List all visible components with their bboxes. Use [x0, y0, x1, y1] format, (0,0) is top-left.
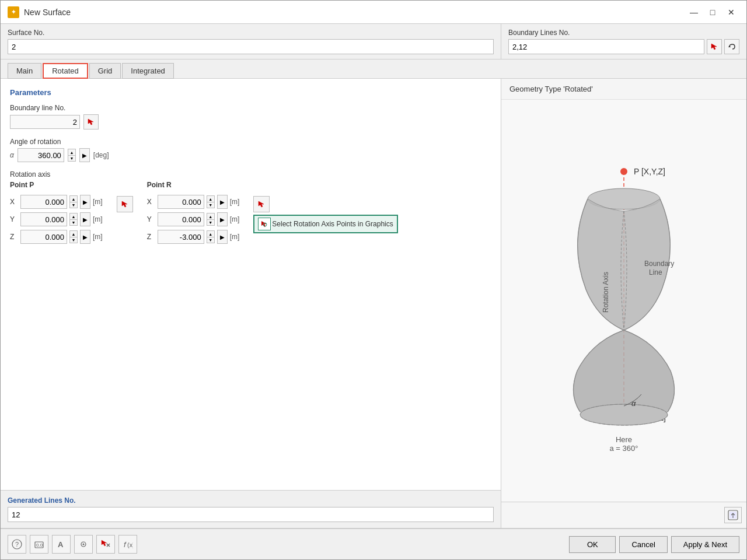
boundary-line-label: Boundary line No.	[10, 104, 491, 112]
boundary-line-input-row: 2	[10, 114, 491, 130]
rotation-axis-text: Rotation Axis	[602, 271, 610, 312]
px-up[interactable]: ▲	[69, 195, 78, 202]
svg-text:0.0: 0.0	[36, 542, 43, 548]
angle-arrow-button[interactable]: ▶	[79, 148, 90, 162]
angle-unit: [deg]	[93, 151, 109, 159]
tab-main[interactable]: Main	[8, 63, 41, 79]
delete-button[interactable]	[96, 535, 115, 554]
diagram-title: Geometry Type 'Rotated'	[501, 79, 746, 100]
rz-spinner: ▲ ▼	[207, 230, 215, 243]
rz-down[interactable]: ▼	[207, 237, 215, 243]
pz-input[interactable]: 0.000	[20, 230, 67, 244]
generated-lines-input[interactable]: 12	[8, 507, 494, 522]
boundary-lines-block: Boundary Lines No. 2,12	[501, 24, 746, 59]
point-p-column: Point P X 0.000 ▲ ▼ ▶ [m]	[10, 181, 103, 244]
rz-arrow[interactable]: ▶	[217, 230, 228, 244]
py-unit: [m]	[93, 215, 103, 223]
py-row: Y 0.000 ▲ ▼ ▶ [m]	[10, 212, 103, 226]
close-button[interactable]: ✕	[723, 6, 739, 19]
diagram-export-button[interactable]	[724, 507, 742, 523]
tab-rotated[interactable]: Rotated	[43, 63, 88, 79]
generated-lines-section: Generated Lines No. 12	[1, 490, 501, 528]
cancel-button[interactable]: Cancel	[619, 536, 667, 553]
px-down[interactable]: ▼	[69, 202, 78, 208]
px-input[interactable]: 0.000	[20, 195, 67, 209]
content-area: Parameters Boundary line No. 2	[1, 79, 746, 528]
note-here: Here	[610, 435, 638, 444]
select-p-button[interactable]	[117, 196, 133, 212]
ry-input[interactable]: 0.000	[158, 212, 204, 226]
diagram-area: P [X,Y,Z] R [X,Y,Z]	[501, 100, 746, 502]
units-button[interactable]: 0.0	[30, 535, 48, 554]
help-icon: ?	[12, 539, 22, 550]
px-arrow[interactable]: ▶	[80, 195, 90, 209]
undo-button[interactable]	[724, 39, 739, 54]
select-graphics-button[interactable]: Select Rotation Axis Points in Graphics	[253, 215, 397, 233]
view-button[interactable]	[74, 535, 93, 554]
angle-input[interactable]: 360.00	[18, 148, 64, 162]
font-button[interactable]: A	[52, 535, 71, 554]
pz-up[interactable]: ▲	[69, 230, 78, 237]
rx-spinner: ▲ ▼	[207, 195, 215, 208]
pz-arrow[interactable]: ▶	[80, 230, 90, 244]
rx-input[interactable]: 0.000	[158, 195, 204, 209]
pz-spinner: ▲ ▼	[69, 230, 78, 243]
ry-arrow[interactable]: ▶	[217, 212, 228, 226]
rx-down[interactable]: ▼	[207, 202, 215, 208]
font-icon: A	[56, 539, 67, 550]
geometry-diagram: P [X,Y,Z] R [X,Y,Z]	[522, 149, 726, 453]
surface-no-block: Surface No. 2	[1, 24, 501, 59]
ry-down[interactable]: ▼	[207, 219, 215, 226]
rz-up[interactable]: ▲	[207, 230, 215, 237]
select-r-button[interactable]	[253, 196, 270, 212]
py-down[interactable]: ▼	[69, 219, 78, 226]
surface-no-input[interactable]: 2	[8, 39, 494, 54]
boundary-lines-input[interactable]: 2,12	[508, 39, 704, 54]
angle-rotation-input-row: α 360.00 ▲ ▼ ▶ [deg]	[10, 148, 491, 162]
graphics-cursor-button[interactable]	[258, 218, 271, 230]
rx-up[interactable]: ▲	[207, 195, 215, 202]
boundary-lines-label: Boundary Lines No.	[508, 29, 739, 37]
ry-label: Y	[147, 215, 155, 223]
title-bar-left: ✦ New Surface	[8, 6, 71, 18]
angle-spinner: ▲ ▼	[68, 149, 76, 162]
angle-up-button[interactable]: ▲	[68, 149, 76, 155]
point-r-label: Point R	[147, 181, 240, 189]
generated-lines-label: Generated Lines No.	[8, 496, 494, 505]
tab-grid[interactable]: Grid	[89, 63, 121, 79]
boundary-select-icon-button[interactable]	[707, 39, 722, 54]
title-bar: ✦ New Surface — □ ✕	[1, 1, 746, 24]
pz-row: Z 0.000 ▲ ▼ ▶ [m]	[10, 230, 103, 244]
rx-arrow[interactable]: ▶	[217, 195, 228, 209]
boundary-line-input[interactable]: 2	[10, 115, 80, 129]
ry-up[interactable]: ▲	[207, 213, 215, 219]
px-label: X	[10, 198, 18, 206]
tab-integrated[interactable]: Integrated	[122, 63, 174, 79]
boundary-line-text2: Line	[649, 268, 662, 276]
formula-button[interactable]: f (x)	[118, 535, 137, 554]
apply-next-button[interactable]: Apply & Next	[671, 536, 739, 553]
py-arrow[interactable]: ▶	[80, 212, 90, 226]
rx-label: X	[147, 198, 155, 206]
ok-button[interactable]: OK	[569, 536, 616, 553]
toolbar-icons: ? 0.0 A	[8, 535, 137, 554]
help-button[interactable]: ?	[8, 535, 26, 554]
tabs-section: Main Rotated Grid Integrated	[1, 60, 746, 79]
py-up[interactable]: ▲	[69, 213, 78, 219]
boundary-line-text: Boundary	[644, 260, 674, 268]
ry-spinner: ▲ ▼	[207, 213, 215, 226]
minimize-button[interactable]: —	[686, 6, 702, 19]
py-input[interactable]: 0.000	[20, 212, 67, 226]
point-r-column: Point R X 0.000 ▲ ▼ ▶ [m]	[147, 181, 240, 244]
select-p-area	[117, 181, 133, 212]
cursor-red-icon-p	[121, 200, 129, 208]
angle-down-button[interactable]: ▼	[68, 155, 76, 162]
rz-input[interactable]: -3.000	[158, 230, 204, 244]
boundary-line-select-button[interactable]	[83, 114, 99, 130]
alpha-symbol: α	[10, 151, 14, 159]
note-alpha: a = 360°	[610, 444, 638, 453]
pz-down[interactable]: ▼	[69, 237, 78, 243]
maximize-button[interactable]: □	[704, 6, 721, 19]
bottom-bar: ? 0.0 A	[1, 528, 746, 559]
cursor-red-icon-r	[257, 200, 266, 208]
